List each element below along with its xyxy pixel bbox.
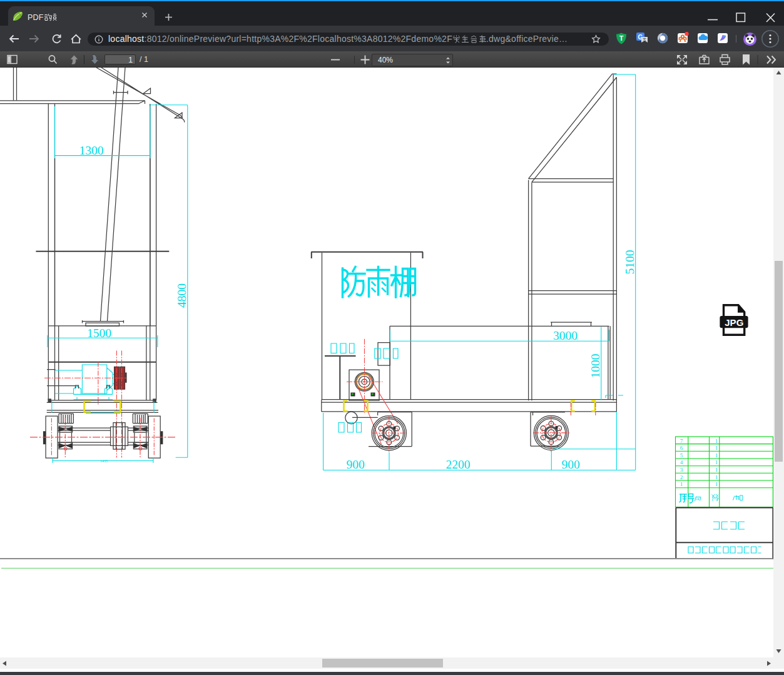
svg-text:3: 3 — [680, 467, 683, 473]
svg-text:JPG: JPG — [725, 317, 743, 328]
svg-text:5: 5 — [680, 452, 683, 459]
svg-text:T: T — [619, 34, 624, 42]
svg-text:1: 1 — [715, 474, 718, 480]
svg-text:6: 6 — [680, 445, 683, 451]
svg-text:1000: 1000 — [589, 354, 602, 378]
svg-text:1500: 1500 — [87, 327, 111, 340]
svg-text:1: 1 — [715, 452, 718, 459]
svg-text:1: 1 — [680, 481, 683, 487]
svg-text:1: 1 — [715, 459, 718, 465]
svg-text:2200: 2200 — [446, 458, 471, 471]
svg-text:900: 900 — [347, 458, 365, 471]
svg-text:1300: 1300 — [79, 144, 104, 157]
svg-text:1435: 1435 — [100, 459, 108, 463]
svg-text:5100: 5100 — [623, 250, 636, 275]
svg-text:1: 1 — [715, 438, 718, 444]
svg-text:7: 7 — [680, 438, 683, 444]
svg-text:1: 1 — [715, 481, 718, 487]
svg-text:1: 1 — [715, 467, 718, 473]
svg-text:900: 900 — [562, 458, 580, 471]
svg-text:4800: 4800 — [175, 283, 188, 308]
svg-text:3000: 3000 — [553, 329, 578, 342]
svg-text:1: 1 — [715, 445, 718, 451]
svg-text:4: 4 — [680, 459, 683, 465]
svg-text:2: 2 — [680, 474, 683, 480]
